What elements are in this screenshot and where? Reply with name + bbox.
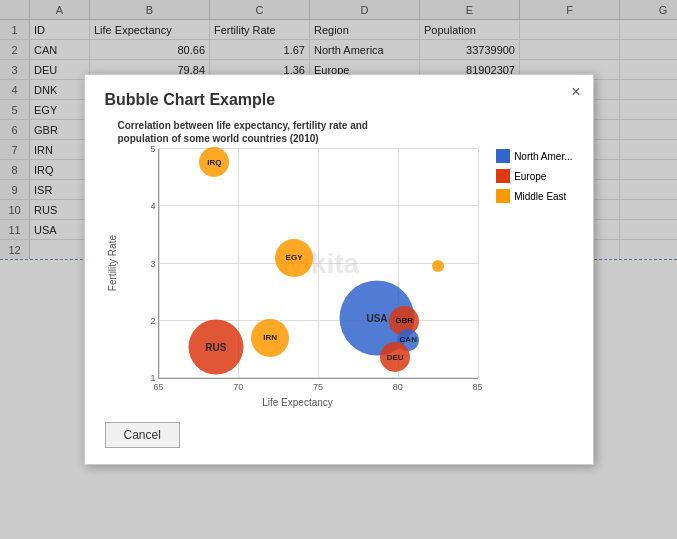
legend-color-north-america <box>496 149 510 163</box>
x-axis-label: Life Expectancy <box>138 397 458 408</box>
chart-area: Fertility Rate Correlation between life … <box>105 119 573 408</box>
bubble-rus: RUS <box>188 320 243 375</box>
y-tick-label: 5 <box>150 144 158 154</box>
chart-title: Correlation between life expectancy, fer… <box>118 119 378 145</box>
x-tick-label: 75 <box>313 382 323 392</box>
modal-overlay: × Bubble Chart Example Fertility Rate Co… <box>0 0 677 539</box>
legend-item-north-america: North Amer... <box>496 149 572 163</box>
legend-item-middle-east: Middle East <box>496 189 572 203</box>
legend-label-middle-east: Middle East <box>514 191 566 202</box>
bubble-egy: EGY <box>275 239 313 277</box>
chart-left: Fertility Rate Correlation between life … <box>105 119 487 408</box>
x-tick-label: 65 <box>153 382 163 392</box>
y-axis-label: Fertility Rate <box>105 235 118 291</box>
y-tick-label: 2 <box>150 316 158 326</box>
x-tick-label: 80 <box>393 382 403 392</box>
cancel-button[interactable]: Cancel <box>105 422 180 448</box>
grid-line-v <box>159 149 160 378</box>
legend-label-north-america: North Amer... <box>514 151 572 162</box>
modal-title: Bubble Chart Example <box>105 91 573 109</box>
bubble-irq: IRQ <box>199 147 229 177</box>
modal-dialog: × Bubble Chart Example Fertility Rate Co… <box>84 74 594 465</box>
y-tick-label: 4 <box>150 201 158 211</box>
chart-plot-area: 123456570758085WikitaIRQEGYRUSIRNUSAGBRC… <box>158 149 478 379</box>
grid-line-v <box>318 149 319 378</box>
legend-label-europe: Europe <box>514 171 546 182</box>
x-tick-label: 70 <box>233 382 243 392</box>
chart-legend: North Amer... Europe Middle East <box>496 149 572 408</box>
y-tick-label: 3 <box>150 259 158 269</box>
x-tick-label: 85 <box>472 382 482 392</box>
chart-inner: Correlation between life expectancy, fer… <box>118 119 487 408</box>
close-button[interactable]: × <box>571 83 580 101</box>
bubble-deu: DEU <box>380 342 410 372</box>
legend-color-middle-east <box>496 189 510 203</box>
legend-item-europe: Europe <box>496 169 572 183</box>
legend-color-europe <box>496 169 510 183</box>
grid-line-v <box>478 149 479 378</box>
bubble-irn: IRN <box>251 319 289 357</box>
bubble-isr <box>432 260 444 272</box>
